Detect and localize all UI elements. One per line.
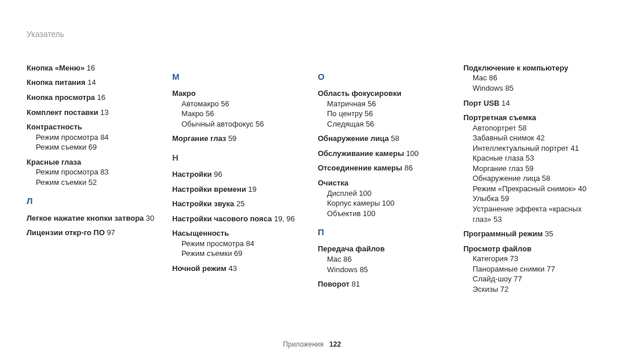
index-entry-title-text: Настройки времени	[172, 185, 246, 194]
index-entry-page: 19, 96	[274, 214, 295, 223]
index-entry-title-text: Легкое нажатие кнопки затвора	[27, 214, 144, 222]
index-subentry: Режим просмотра 84	[36, 132, 161, 143]
index-entry: Настройки звука 25	[172, 199, 306, 209]
index-subentry-text: Устранение эффекта «красных глаз»	[473, 205, 582, 224]
index-entry: Область фокусировкиМатричная 56По центру…	[318, 88, 452, 129]
index-subentry-text: Windows	[327, 265, 358, 274]
index-subentry-text: Mac	[327, 255, 341, 263]
index-column: ООбласть фокусировкиМатричная 56По центр…	[318, 63, 452, 299]
index-entry-title: Передача файлов	[318, 244, 452, 254]
index-entry-title: Отсоединение камеры 86	[318, 163, 452, 173]
index-subentry-text: Windows	[473, 84, 503, 92]
index-entry-title: Легкое нажатие кнопки затвора 30	[27, 213, 161, 224]
index-subentry: Красные глаза 53	[473, 153, 597, 164]
index-subentry: Устранение эффекта «красных глаз» 53	[473, 204, 597, 224]
index-entry-title-text: Кнопка просмотра	[27, 93, 95, 102]
index-subentry-text: Обычный автофокус	[181, 120, 254, 128]
index-column: Кнопка «Меню» 16Кнопка питания 14Кнопка …	[27, 63, 161, 299]
index-entry: Просмотр файловКатегория 73Панорамные сн…	[463, 244, 597, 295]
index-subentry-text: Автопортрет	[473, 124, 516, 132]
index-entry: Обнаружение лица 58	[318, 133, 452, 144]
index-entry: Ночной режим 43	[172, 263, 306, 274]
index-subentry-page: 86	[343, 255, 351, 263]
index-subentry: Режим просмотра 84	[181, 239, 306, 249]
index-subentry-page: 100	[359, 189, 372, 198]
index-entry: Легкое нажатие кнопки затвора 30	[27, 213, 161, 224]
index-entry-page: 30	[146, 214, 154, 222]
index-column: ММакроАвтомакро 56Макро 56Обычный автофо…	[172, 63, 306, 299]
index-subentry: Эскизы 72	[473, 284, 597, 295]
index-subentry: По центру 56	[327, 109, 452, 119]
index-subentry-page: 53	[493, 215, 502, 224]
index-subentry-page: 42	[536, 133, 544, 142]
index-entry-page: 25	[236, 199, 244, 208]
index-subentry: Режим съемки 52	[36, 177, 161, 188]
index-entry-title: Настройки 96	[172, 169, 306, 180]
index-subentry: Забавный снимок 42	[473, 133, 597, 143]
index-subentry: Матричная 56	[327, 99, 452, 109]
index-entry: Настройки 96	[172, 169, 306, 180]
index-entry: Настройки времени 19	[172, 184, 306, 195]
index-entry-title: Красные глаза	[27, 157, 161, 168]
index-letter: О	[318, 71, 452, 83]
index-subentry-page: 86	[489, 73, 497, 82]
index-entry-page: 58	[391, 134, 399, 143]
index-entry: КонтрастностьРежим просмотра 84Режим съе…	[27, 122, 161, 153]
index-subentry-page: 72	[500, 285, 508, 294]
index-subentry: Windows 85	[473, 83, 597, 94]
index-entry-title-text: Кнопка «Меню»	[27, 64, 84, 72]
page-footer: Приложения 122	[0, 340, 624, 349]
index-entry: Красные глазаРежим просмотра 83Режим съе…	[27, 157, 161, 188]
index-subentry-page: 73	[510, 254, 518, 263]
index-subentry-text: Обнаружение лица	[473, 174, 540, 183]
index-entry-title-text: Ночной режим	[172, 264, 226, 273]
index-subentry-page: 56	[255, 120, 263, 128]
index-entry-title: Подключение к компьютеру	[463, 63, 597, 73]
index-entry-title-text: Программный режим	[463, 229, 543, 238]
index-entry-title: Кнопка просмотра 16	[27, 92, 161, 103]
index-entry-page: 43	[228, 264, 236, 273]
index-subentry-page: 56	[367, 99, 376, 108]
index-subentry-text: Объектив	[327, 209, 361, 218]
index-subentry: Объектив 100	[327, 209, 452, 219]
index-subentry: Моргание глаз 59	[473, 164, 597, 174]
index-entry-title: Ночной режим 43	[172, 263, 306, 274]
index-entry-title-text: Настройки часового пояса	[172, 214, 272, 223]
index-subentry: Автопортрет 58	[473, 123, 597, 133]
index-entry-title-text: Макро	[172, 89, 196, 98]
index-subentry-text: Следящая	[327, 120, 364, 128]
index-entry-page: 86	[404, 164, 413, 172]
index-subentry-text: Интеллектуальный портрет	[473, 144, 569, 153]
index-entry: НасыщенностьРежим просмотра 84Режим съем…	[172, 228, 306, 259]
index-entry: Порт USB 14	[463, 98, 597, 109]
index-entry-title-text: Кнопка питания	[27, 78, 86, 87]
index-subentry: Категория 73	[473, 254, 597, 264]
index-subentry: Режим «Прекрасный снимок» 40	[473, 184, 597, 194]
index-subentry-page: 59	[501, 194, 509, 203]
index-entry-title-text: Обнаружение лица	[318, 134, 389, 143]
index-entry: Настройки часового пояса 19, 96	[172, 214, 306, 224]
index-subentry: Панорамные снимки 77	[473, 264, 597, 274]
index-subentry: Обнаружение лица 58	[473, 173, 597, 184]
index-entry-title-text: Настройки звука	[172, 199, 234, 208]
index-subentry-page: 56	[206, 109, 214, 118]
index-entry-title: Настройки часового пояса 19, 96	[172, 214, 306, 224]
index-subentry-text: Корпус камеры	[327, 199, 380, 207]
index-entry-title: Моргание глаз 59	[172, 133, 306, 144]
index-subentry-page: 52	[88, 178, 96, 187]
index-subentry-text: Матричная	[327, 99, 366, 108]
index-subentry-text: Макро	[181, 109, 203, 118]
index-entry-page: 97	[107, 228, 115, 237]
index-letter: Н	[172, 152, 306, 164]
index-entry-title-text: Отсоединение камеры	[318, 164, 402, 172]
index-subentry-page: 59	[525, 164, 533, 173]
index-subentry-page: 56	[221, 99, 229, 108]
index-subentry-page: 56	[365, 109, 373, 118]
index-subentry-page: 69	[234, 249, 242, 258]
index-entry-page: 81	[352, 280, 360, 288]
index-entry-title: Очистка	[318, 178, 452, 188]
index-entry: Программный режим 35	[463, 229, 597, 239]
index-entry-title: Обнаружение лица 58	[318, 133, 452, 144]
index-subentry: Дисплей 100	[327, 188, 452, 199]
index-entry-title: Настройки времени 19	[172, 184, 306, 195]
